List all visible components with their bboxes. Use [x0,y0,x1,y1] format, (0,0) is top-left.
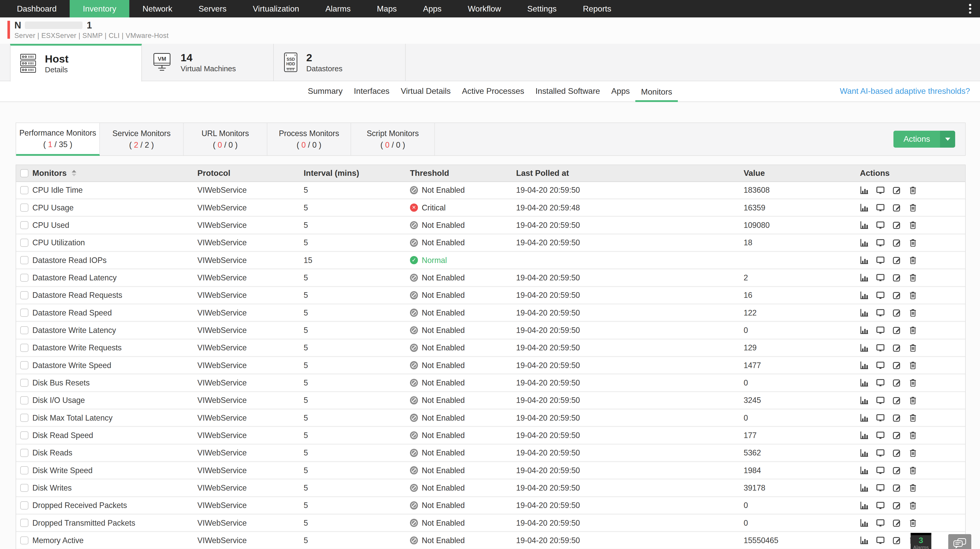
tab-datastores[interactable]: SSD HDD 2 Datastores [274,44,406,81]
sort-arrows-icon[interactable] [72,170,76,176]
ai-thresholds-link[interactable]: Want AI-based adaptive thresholds? [840,86,970,96]
monitor-display-icon[interactable] [876,273,885,282]
edit-icon[interactable] [892,378,901,387]
actions-dropdown-caret[interactable] [940,131,955,148]
edit-icon[interactable] [892,466,901,475]
delete-icon[interactable] [908,501,917,510]
delete-icon[interactable] [908,448,917,457]
delete-icon[interactable] [908,378,917,387]
edit-icon[interactable] [892,221,901,230]
tab-active-processes[interactable]: Active Processes [456,86,530,102]
row-checkbox[interactable] [20,431,29,440]
select-all-checkbox[interactable] [20,169,29,177]
row-checkbox[interactable] [20,449,29,457]
tab-apps[interactable]: Apps [606,86,635,102]
edit-icon[interactable] [892,413,901,422]
nav-item-dashboard[interactable]: Dashboard [4,0,70,18]
edit-icon[interactable] [892,536,901,545]
edit-icon[interactable] [892,238,901,247]
bar-chart-icon[interactable] [860,308,869,317]
tab-interfaces[interactable]: Interfaces [348,86,395,102]
edit-icon[interactable] [892,186,901,195]
tab-installed-software[interactable]: Installed Software [530,86,606,102]
bar-chart-icon[interactable] [860,431,869,440]
bar-chart-icon[interactable] [860,484,869,492]
delete-icon[interactable] [908,466,917,475]
bar-chart-icon[interactable] [860,361,869,370]
nav-item-apps[interactable]: Apps [410,0,455,18]
monitor-display-icon[interactable] [876,448,885,457]
nav-item-reports[interactable]: Reports [570,0,625,18]
bar-chart-icon[interactable] [860,238,869,247]
row-checkbox[interactable] [20,221,29,230]
row-checkbox[interactable] [20,239,29,247]
monitor-display-icon[interactable] [876,466,885,475]
row-checkbox[interactable] [20,204,29,212]
delete-icon[interactable] [908,413,917,422]
monitor-display-icon[interactable] [876,238,885,247]
delete-icon[interactable] [908,238,917,247]
bar-chart-icon[interactable] [860,466,869,475]
nav-item-network[interactable]: Network [129,0,185,18]
row-checkbox[interactable] [20,466,29,474]
delete-icon[interactable] [908,484,917,492]
monitor-tab-process-monitors[interactable]: Process Monitors ( 0 / 0 ) [267,123,351,155]
bar-chart-icon[interactable] [860,326,869,335]
monitor-display-icon[interactable] [876,326,885,335]
tab-virtual-machines[interactable]: VM 14 Virtual Machines [142,44,274,81]
row-checkbox[interactable] [20,274,29,282]
edit-icon[interactable] [892,431,901,440]
nav-item-maps[interactable]: Maps [364,0,410,18]
row-checkbox[interactable] [20,326,29,335]
nav-item-inventory[interactable]: Inventory [70,0,129,18]
monitor-display-icon[interactable] [876,484,885,492]
monitor-display-icon[interactable] [876,536,885,545]
edit-icon[interactable] [892,343,901,352]
tab-monitors[interactable]: Monitors [635,87,678,102]
row-checkbox[interactable] [20,484,29,492]
alarms-widget[interactable]: 3 Alarms [911,533,931,549]
row-checkbox[interactable] [20,379,29,387]
bar-chart-icon[interactable] [860,273,869,282]
delete-icon[interactable] [908,186,917,195]
monitor-display-icon[interactable] [876,291,885,300]
bar-chart-icon[interactable] [860,221,869,230]
edit-icon[interactable] [892,519,901,527]
delete-icon[interactable] [908,326,917,335]
monitor-display-icon[interactable] [876,203,885,212]
bar-chart-icon[interactable] [860,448,869,457]
bar-chart-icon[interactable] [860,256,869,265]
delete-icon[interactable] [908,519,917,527]
row-checkbox[interactable] [20,501,29,509]
edit-icon[interactable] [892,256,901,265]
monitor-display-icon[interactable] [876,256,885,265]
bar-chart-icon[interactable] [860,413,869,422]
edit-icon[interactable] [892,308,901,317]
monitor-tab-script-monitors[interactable]: Script Monitors ( 0 / 0 ) [351,123,435,155]
nav-item-alarms[interactable]: Alarms [312,0,364,18]
edit-icon[interactable] [892,326,901,335]
nav-item-settings[interactable]: Settings [514,0,570,18]
bar-chart-icon[interactable] [860,203,869,212]
delete-icon[interactable] [908,203,917,212]
row-checkbox[interactable] [20,361,29,369]
bar-chart-icon[interactable] [860,186,869,195]
edit-icon[interactable] [892,291,901,300]
row-checkbox[interactable] [20,344,29,352]
delete-icon[interactable] [908,221,917,230]
bar-chart-icon[interactable] [860,291,869,300]
tab-summary[interactable]: Summary [302,86,348,102]
monitor-display-icon[interactable] [876,378,885,387]
edit-icon[interactable] [892,361,901,370]
monitor-tab-service-monitors[interactable]: Service Monitors ( 2 / 2 ) [100,123,184,155]
delete-icon[interactable] [908,273,917,282]
row-checkbox[interactable] [20,519,29,527]
tab-virtual-details[interactable]: Virtual Details [395,86,456,102]
row-checkbox[interactable] [20,256,29,264]
delete-icon[interactable] [908,431,917,440]
monitor-display-icon[interactable] [876,396,885,405]
monitor-display-icon[interactable] [876,361,885,370]
edit-icon[interactable] [892,203,901,212]
row-checkbox[interactable] [20,414,29,422]
monitor-display-icon[interactable] [876,519,885,527]
